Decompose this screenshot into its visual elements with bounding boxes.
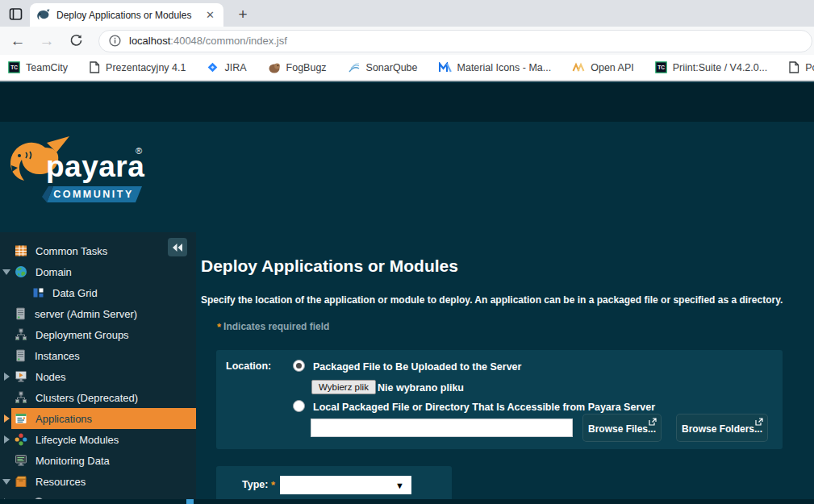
sidebar-item-domain[interactable]: Domain: [0, 261, 196, 282]
globe-icon: [15, 265, 27, 278]
browser-tab[interactable]: Deploy Applications or Modules ✕: [30, 3, 223, 27]
material-icon: [439, 62, 452, 73]
site-info-icon[interactable]: [109, 35, 121, 47]
bookmark-material-icons[interactable]: Material Icons - Ma...: [439, 62, 552, 73]
sidebar-item-lifecycle-modules[interactable]: Lifecycle Modules: [0, 429, 196, 450]
address-bar[interactable]: localhost:40048/common/index.jsf: [98, 30, 812, 52]
sidebar-item-nodes[interactable]: Nodes: [0, 366, 196, 387]
required-field-note: *Indicates required field: [217, 321, 329, 333]
sidebar: Common Tasks Domain Data Grid: [0, 232, 196, 504]
browser-toolbar: ← → localhost:40048/common/index.jsf: [0, 27, 814, 55]
bookmark-fogbugz[interactable]: FogBugz: [268, 62, 327, 73]
tasks-grid-icon: [15, 244, 27, 257]
page-icon: [89, 61, 100, 73]
sidebar-item-clusters[interactable]: Clusters (Deprecated): [0, 387, 196, 408]
new-tab-button[interactable]: +: [233, 5, 253, 24]
required-star: *: [217, 321, 221, 333]
svg-text:TC: TC: [10, 65, 18, 70]
applications-window-icon: [15, 412, 27, 425]
bottom-strip: [0, 499, 814, 504]
option-local-label: Local Packaged File or Directory That Is…: [313, 402, 655, 413]
location-label: Location:: [226, 360, 271, 372]
data-grid-icon: [32, 286, 44, 299]
header-band: [0, 83, 814, 122]
svg-text:payara: payara: [46, 150, 144, 183]
bookmark-jira[interactable]: JIRA: [207, 61, 246, 73]
radio-packaged-file[interactable]: [293, 360, 305, 372]
browse-files-button[interactable]: Browse Files...: [582, 414, 662, 442]
path-input[interactable]: [311, 419, 573, 437]
sidebar-item-server-admin[interactable]: server (Admin Server): [0, 303, 196, 324]
payara-community-logo: payara ® COMMUNITY: [8, 130, 149, 209]
resources-box-icon: [15, 475, 27, 488]
type-fieldset: Type: * ▼: [216, 466, 452, 504]
sidebar-tree: Common Tasks Domain Data Grid: [0, 240, 196, 504]
expander-collapsed-icon[interactable]: [2, 373, 11, 381]
select-arrow-icon: ▼: [395, 481, 404, 490]
teamcity-icon: TC: [655, 61, 667, 73]
radio-local-file[interactable]: [293, 400, 305, 412]
expander-expanded-icon[interactable]: [2, 479, 11, 485]
bookmark-teamcity[interactable]: TC TeamCity: [8, 61, 68, 73]
svg-text:TC: TC: [657, 65, 665, 70]
tab-close-icon[interactable]: ✕: [203, 8, 217, 22]
external-link-icon: [755, 418, 763, 426]
bookmark-priint-suite[interactable]: TC Priint:Suite / V4.2.0...: [655, 61, 767, 73]
lifecycle-icon: [15, 433, 27, 446]
jira-icon: [207, 61, 219, 73]
expander-collapsed-icon[interactable]: [2, 414, 11, 423]
server-icon: [15, 349, 27, 362]
payara-admin-console: payara ® COMMUNITY Common Tasks: [0, 83, 814, 504]
sidebar-item-applications[interactable]: Applications: [0, 408, 196, 429]
bookmark-poinz[interactable]: PoinZ: [788, 61, 814, 73]
main-content: Deploy Applications or Modules Specify t…: [196, 232, 814, 504]
fogbugz-icon: [268, 62, 281, 73]
page-description: Specify the location of the application …: [201, 294, 783, 306]
location-fieldset: Location: Packaged File to Be Uploaded t…: [216, 350, 783, 449]
expander-expanded-icon[interactable]: [2, 269, 11, 275]
refresh-icon[interactable]: [65, 30, 87, 52]
page-title: Deploy Applications or Modules: [201, 256, 458, 276]
browser-window: Deploy Applications or Modules ✕ + ← → l…: [0, 0, 814, 504]
sonarqube-icon: [348, 62, 361, 73]
choose-file-button[interactable]: Wybierz plik: [311, 380, 376, 394]
tab-strip: Deploy Applications or Modules ✕ +: [0, 0, 814, 27]
page-icon: [788, 61, 799, 73]
openapi-icon: [572, 62, 585, 73]
file-status-text: Nie wybrano pliku: [378, 382, 464, 394]
cluster-icon: [15, 391, 27, 404]
svg-text:COMMUNITY: COMMUNITY: [53, 189, 134, 200]
url-text: localhost:40048/common/index.jsf: [129, 35, 287, 47]
type-label: Type: *: [242, 479, 278, 491]
svg-text:®: ®: [136, 146, 142, 156]
sidebar-item-data-grid[interactable]: Data Grid: [0, 282, 196, 303]
bookmark-prezentacyjny[interactable]: Prezentacyjny 4.1: [89, 61, 186, 73]
bookmark-sonarqube[interactable]: SonarQube: [348, 62, 418, 73]
teamcity-icon: TC: [8, 61, 20, 73]
sidebar-scrollbar[interactable]: [186, 499, 194, 504]
forward-icon: →: [35, 30, 58, 52]
bookmarks-bar: TC TeamCity Prezentacyjny 4.1 JIRA: [0, 55, 814, 81]
sidebar-item-deployment-groups[interactable]: Deployment Groups: [0, 324, 196, 345]
expander-collapsed-icon[interactable]: [2, 435, 11, 444]
monitoring-icon: [15, 454, 27, 467]
payara-favicon: [36, 9, 50, 21]
back-icon[interactable]: ←: [6, 30, 29, 52]
tab-actions-menu-button[interactable]: [6, 5, 24, 23]
external-link-icon: [649, 418, 657, 426]
option-upload-label: Packaged File to Be Uploaded to the Serv…: [313, 361, 521, 373]
tab-title: Deploy Applications or Modules: [56, 10, 203, 21]
browse-folders-button[interactable]: Browse Folders...: [676, 414, 768, 442]
sidebar-item-monitoring-data[interactable]: Monitoring Data: [0, 450, 196, 471]
bookmark-openapi[interactable]: Open API: [572, 62, 634, 73]
sidebar-item-instances[interactable]: Instances: [0, 345, 196, 366]
server-icon: [15, 307, 27, 320]
sidebar-item-common-tasks[interactable]: Common Tasks: [0, 240, 196, 261]
node-monitor-icon: [15, 370, 27, 383]
vertical-tabs-icon: [9, 7, 23, 21]
group-nodes-icon: [15, 328, 27, 341]
sidebar-item-resources[interactable]: Resources: [0, 471, 196, 492]
type-select[interactable]: ▼: [280, 476, 411, 494]
